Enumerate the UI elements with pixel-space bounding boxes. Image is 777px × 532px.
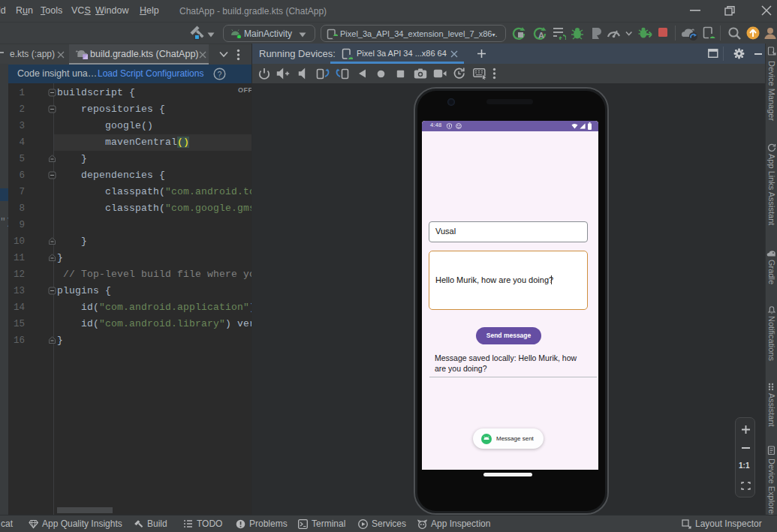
svg-text:A: A — [538, 31, 544, 40]
svg-text:?: ? — [218, 70, 222, 79]
